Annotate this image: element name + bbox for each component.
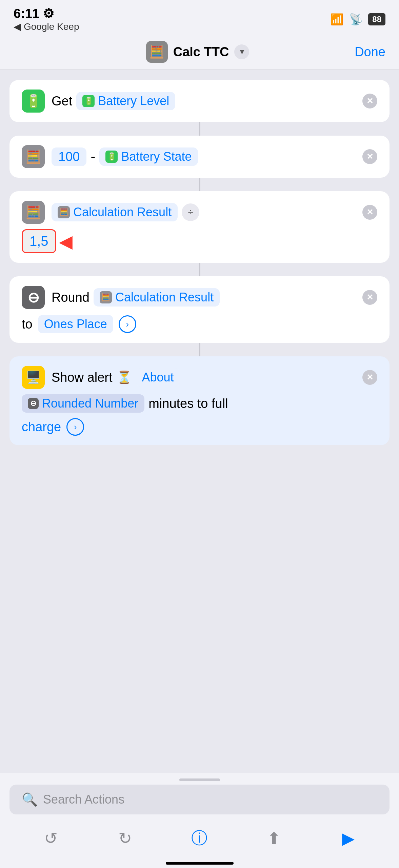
card1-icon: 🔋 [22, 90, 45, 113]
card5-close[interactable]: ✕ [362, 370, 377, 385]
title-chevron[interactable]: ▾ [234, 44, 249, 59]
back-arrow-icon: ◀ [14, 21, 21, 32]
battery-badge: 88 [368, 13, 385, 25]
divide-operator: ÷ [182, 203, 199, 221]
play-button[interactable]: ▶ [335, 825, 362, 852]
card-get-battery-level: 🔋 Get 🔋 Battery Level ✕ [9, 80, 390, 122]
share-button[interactable]: ⬆ [260, 825, 287, 852]
workflow-title: Calc TTC [173, 45, 229, 59]
about-token[interactable]: About [136, 368, 180, 387]
main-content: 🔋 Get 🔋 Battery Level ✕ 🧮 100 - 🔋 Batter… [0, 70, 399, 693]
bottom-area: 🔍 Search Actions ↺ ↻ ⓘ ⬆ ▶ [0, 773, 399, 868]
connector-2 [199, 178, 200, 191]
card1-content: Get 🔋 Battery Level [52, 92, 356, 110]
time-display: 6:11 [14, 6, 39, 21]
alert-chevron[interactable]: › [66, 418, 84, 436]
nav-title: 🧮 Calc TTC ▾ [146, 41, 250, 63]
card3-row1: 🧮 🧮 Calculation Result ÷ ✕ [22, 201, 377, 224]
card1-prefix: Get [52, 94, 72, 108]
info-button[interactable]: ⓘ [186, 825, 213, 852]
calc-result-token-2[interactable]: 🧮 Calculation Result [94, 288, 220, 307]
wifi-icon: 📡 [349, 13, 363, 26]
gear-icon: ⚙ [43, 6, 54, 21]
card3-close[interactable]: ✕ [362, 205, 377, 220]
search-bar[interactable]: 🔍 Search Actions [9, 785, 390, 814]
card4-row2: to Ones Place › [22, 315, 377, 333]
battery-level: 88 [372, 15, 381, 24]
search-placeholder: Search Actions [43, 792, 124, 807]
battery-level-token[interactable]: 🔋 Battery Level [76, 92, 175, 110]
card5-icon: 🖥️ [22, 366, 45, 389]
status-left: 6:11 ⚙ ◀ Google Keep [14, 6, 79, 32]
card2-content: 100 - 🔋 Battery State [52, 147, 356, 166]
card5-row2: ⊖ Rounded Number minutes to full [22, 394, 377, 413]
signal-icon: 📶 [330, 13, 344, 26]
card5-row3: charge › [22, 418, 377, 436]
status-time: 6:11 ⚙ [14, 6, 54, 21]
token-battery-icon: 🔋 [82, 95, 95, 107]
token-battery-state-icon: 🔋 [105, 151, 118, 163]
app-icon: 🧮 [146, 41, 168, 63]
token-round-calc-icon: 🧮 [100, 291, 112, 303]
nav-bar: 🧮 Calc TTC ▾ Done [0, 36, 399, 70]
done-button[interactable]: Done [355, 45, 385, 59]
battery-state-token[interactable]: 🔋 Battery State [99, 147, 198, 166]
undo-button[interactable]: ↺ [37, 825, 64, 852]
connector-4 [199, 343, 200, 356]
status-bar: 6:11 ⚙ ◀ Google Keep 📶 📡 88 [0, 0, 399, 36]
card1-close[interactable]: ✕ [362, 94, 377, 108]
minutes-to-full-text: minutes to full [148, 396, 228, 411]
card5-row1: 🖥️ Show alert ⏳ About ✕ [22, 366, 377, 389]
card3-row2: 1,5 ◀ [22, 229, 377, 253]
minus-operator: - [91, 149, 95, 165]
round-chevron[interactable]: › [119, 315, 136, 333]
card3-icon-outer: 🧮 [22, 201, 45, 224]
divisor-input[interactable]: 1,5 [22, 229, 56, 253]
card2-close[interactable]: ✕ [362, 149, 377, 164]
card4-close[interactable]: ✕ [362, 290, 377, 305]
search-icon: 🔍 [22, 792, 38, 807]
show-alert-label: Show alert [52, 370, 113, 385]
card-round: ⊖ Round 🧮 Calculation Result ✕ to Ones P… [9, 276, 390, 343]
card5-content: Show alert ⏳ About [52, 368, 356, 387]
card4-icon: ⊖ [22, 286, 45, 309]
ones-place-token[interactable]: Ones Place [38, 315, 113, 333]
card4-row1: ⊖ Round 🧮 Calculation Result ✕ [22, 286, 377, 309]
card-divide: 🧮 🧮 Calculation Result ÷ ✕ 1,5 ◀ [9, 191, 390, 263]
card-calc-subtract: 🧮 100 - 🔋 Battery State ✕ [9, 136, 390, 178]
to-label: to [22, 317, 33, 332]
status-right: 📶 📡 88 [330, 13, 385, 26]
drag-handle[interactable] [179, 778, 220, 781]
card2-icon: 🧮 [22, 145, 45, 168]
charge-text: charge [22, 420, 61, 434]
bottom-toolbar: ↺ ↻ ⓘ ⬆ ▶ [0, 821, 399, 862]
red-arrow-icon: ◀ [59, 231, 73, 252]
token-calc-icon: 🧮 [58, 206, 70, 218]
card-show-alert: 🖥️ Show alert ⏳ About ✕ ⊖ Rounded Number… [9, 356, 390, 445]
connector-1 [199, 122, 200, 136]
card3-content: 🧮 Calculation Result ÷ [52, 203, 356, 221]
round-label: Round [52, 290, 89, 305]
calc-result-token-1[interactable]: 🧮 Calculation Result [52, 203, 178, 221]
rounded-number-token[interactable]: ⊖ Rounded Number [22, 394, 144, 413]
connector-3 [199, 263, 200, 276]
hourglass-icon: ⏳ [117, 370, 132, 384]
card4-content: Round 🧮 Calculation Result [52, 288, 356, 307]
back-nav[interactable]: ◀ Google Keep [14, 21, 79, 32]
spacer [9, 445, 390, 683]
redo-button[interactable]: ↻ [112, 825, 139, 852]
number-100[interactable]: 100 [52, 147, 86, 166]
home-indicator [166, 862, 234, 865]
rounded-token-icon: ⊖ [28, 398, 39, 409]
back-app-label: Google Keep [24, 21, 79, 32]
